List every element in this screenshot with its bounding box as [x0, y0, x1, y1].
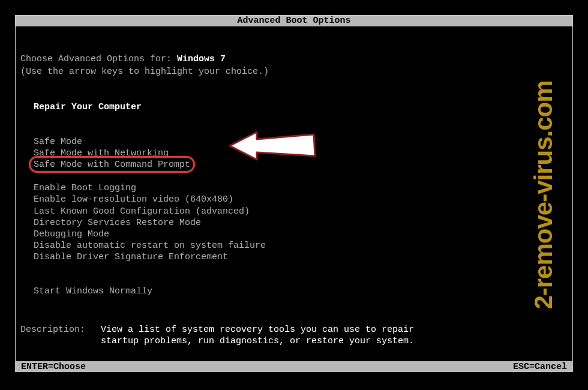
description-row: Description: View a list of system recov… [20, 324, 568, 347]
window-title: Advanced Boot Options [16, 16, 572, 26]
menu-item-start-normally[interactable]: Start Windows Normally [34, 286, 568, 297]
footer-bar: ENTER=Choose ESC=Cancel [15, 361, 573, 372]
menu-item-lkgc[interactable]: Last Known Good Configuration (advanced) [34, 206, 568, 217]
highlighted-menu-item[interactable]: Safe Mode with Command Prompt [34, 159, 190, 170]
choose-prompt: Choose Advanced Options for: Windows 7 [20, 53, 568, 65]
boot-menu[interactable]: Repair Your Computer Safe Mode Safe Mode… [34, 101, 568, 297]
menu-item-lowres[interactable]: Enable low-resolution video (640x480) [34, 194, 568, 205]
menu-item-no-auto-restart[interactable]: Disable automatic restart on system fail… [34, 240, 568, 251]
prompt-prefix: Choose Advanced Options for: [20, 54, 177, 64]
menu-item-safe-mode[interactable]: Safe Mode [34, 136, 568, 148]
footer-enter: ENTER=Choose [21, 362, 86, 372]
arrow-hint: (Use the arrow keys to highlight your ch… [20, 66, 568, 77]
content-area: Choose Advanced Options for: Windows 7 (… [16, 26, 572, 347]
menu-item-no-sig[interactable]: Disable Driver Signature Enforcement [34, 251, 568, 263]
description-label: Description: [20, 324, 101, 347]
footer-esc: ESC=Cancel [513, 362, 567, 372]
menu-item-boot-logging[interactable]: Enable Boot Logging [34, 182, 568, 194]
boot-options-window: Advanced Boot Options Choose Advanced Op… [15, 15, 573, 372]
menu-item-safe-mode-networking[interactable]: Safe Mode with Networking [34, 148, 568, 159]
menu-item-safe-mode-cmd[interactable]: Safe Mode with Command Prompt [34, 159, 190, 170]
os-name: Windows 7 [177, 54, 226, 64]
menu-item-debug[interactable]: Debugging Mode [34, 229, 568, 240]
menu-item-repair[interactable]: Repair Your Computer [34, 101, 568, 113]
menu-item-dsrm[interactable]: Directory Services Restore Mode [34, 217, 568, 229]
watermark-text: 2-remove-virus.com [529, 80, 557, 309]
description-text: View a list of system recovery tools you… [101, 324, 437, 347]
